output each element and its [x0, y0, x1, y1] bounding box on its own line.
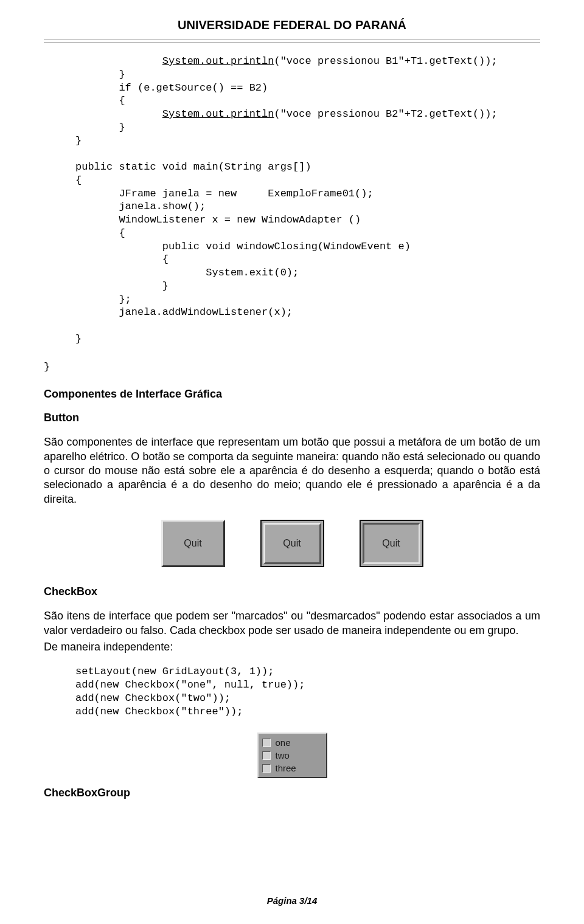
code-close-brace: } — [44, 360, 540, 374]
code-block-2: setLayout(new GridLayout(3, 1)); add(new… — [75, 665, 540, 718]
checkbox-panel: one two three — [257, 733, 327, 778]
checkbox-panel-wrapper: one two three — [44, 733, 540, 778]
checkbox-row-one: one — [262, 736, 322, 749]
quit-button-pressed: Quit — [360, 520, 423, 567]
quit-button-label: Quit — [283, 538, 301, 549]
page-header: UNIVERSIDADE FEDERAL DO PARANÁ — [44, 18, 540, 32]
quit-button-normal: Quit — [161, 520, 225, 567]
quit-button-hover: Quit — [260, 520, 324, 567]
checkbox-row-three: three — [262, 762, 322, 774]
checkbox-row-two: two — [262, 749, 322, 762]
button-paragraph: São componentes de interface que represe… — [44, 435, 540, 506]
page-footer: Página 3/14 — [0, 895, 584, 906]
checkbox-icon — [262, 751, 271, 760]
section-button-title: Button — [44, 412, 540, 424]
quit-buttons-row: Quit Quit Quit — [44, 520, 540, 567]
checkbox-label-three: three — [276, 763, 296, 773]
checkbox-paragraph: São itens de interface que podem ser "ma… — [44, 609, 540, 638]
checkbox-icon — [262, 739, 271, 747]
quit-button-label: Quit — [382, 538, 400, 549]
quit-button-label: Quit — [184, 538, 201, 549]
checkbox-independent-label: De maneira independente: — [44, 640, 540, 654]
checkbox-label-two: two — [276, 750, 290, 760]
code-block-1: System.out.println("voce pressionou B1"+… — [75, 55, 540, 346]
section-checkboxgroup-title: CheckBoxGroup — [44, 787, 540, 799]
checkbox-label-one: one — [276, 737, 291, 748]
checkbox-icon — [262, 764, 271, 773]
section-componentes-title: Componentes de Interface Gráfica — [44, 388, 540, 401]
header-rule — [44, 40, 540, 43]
section-checkbox-title: CheckBox — [44, 585, 540, 598]
